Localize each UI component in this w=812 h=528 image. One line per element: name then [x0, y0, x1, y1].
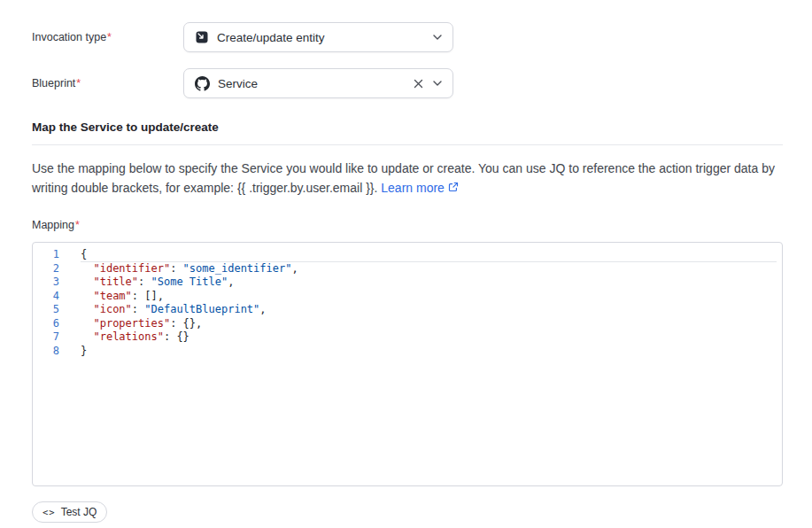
section-heading: Map the Service to update/create	[32, 120, 783, 134]
github-icon	[195, 76, 210, 91]
line-number: 4	[33, 290, 59, 304]
test-jq-label: Test JQ	[61, 506, 97, 518]
required-asterisk: *	[107, 31, 112, 43]
mapping-label-text: Mapping	[32, 219, 74, 231]
test-jq-button[interactable]: <> Test JQ	[32, 501, 107, 523]
line-number: 8	[33, 345, 59, 359]
blueprint-select[interactable]: Service	[183, 68, 453, 98]
clear-icon[interactable]	[414, 79, 423, 89]
invocation-type-value: Create/update entity	[217, 31, 425, 44]
line-number: 6	[33, 317, 59, 331]
mapping-description: Use the mapping below to specify the Ser…	[32, 159, 783, 198]
create-update-entity-icon	[195, 30, 209, 44]
editor-gutter: 12345678	[33, 248, 59, 485]
learn-more-link[interactable]: Learn more	[381, 178, 459, 198]
invocation-type-select[interactable]: Create/update entity	[183, 22, 453, 52]
blueprint-value: Service	[218, 77, 406, 90]
line-number: 7	[33, 330, 59, 345]
invocation-type-label: Invocation type*	[32, 31, 183, 43]
required-asterisk: *	[76, 77, 81, 89]
code-line[interactable]: }	[81, 345, 782, 359]
code-line[interactable]: "properties": {},	[81, 317, 782, 331]
line-number: 2	[33, 262, 59, 276]
editor-code[interactable]: { "identifier": "some_identifier", "titl…	[81, 248, 782, 485]
code-line[interactable]: "title": "Some Title",	[81, 276, 782, 290]
chevron-down-icon[interactable]	[433, 35, 442, 40]
code-line[interactable]: "relations": {}	[81, 330, 782, 345]
chevron-down-icon[interactable]	[433, 81, 442, 86]
code-line[interactable]: "team": [],	[81, 290, 782, 304]
code-line[interactable]: "icon": "DefaultBlueprint",	[81, 303, 782, 317]
code-line[interactable]: "identifier": "some_identifier",	[81, 262, 782, 276]
external-link-icon	[448, 178, 459, 198]
learn-more-label: Learn more	[381, 178, 445, 198]
field-row-blueprint: Blueprint* Service	[32, 68, 783, 98]
mapping-field-label: Mapping*	[32, 219, 783, 231]
section-divider	[32, 144, 783, 145]
invocation-type-label-text: Invocation type	[32, 31, 106, 43]
mapping-code-editor[interactable]: 12345678 { "identifier": "some_identifie…	[32, 242, 783, 486]
code-brackets-icon: <>	[43, 507, 56, 517]
line-number: 1	[33, 248, 59, 262]
code-line[interactable]: {	[81, 248, 777, 262]
line-number: 5	[33, 303, 59, 317]
blueprint-label: Blueprint*	[32, 77, 183, 89]
blueprint-label-text: Blueprint	[32, 77, 75, 89]
field-row-invocation-type: Invocation type* Create/update entity	[32, 22, 783, 52]
action-form: Invocation type* Create/update entity Bl…	[32, 0, 783, 523]
line-number: 3	[33, 276, 59, 290]
required-asterisk: *	[75, 219, 80, 231]
